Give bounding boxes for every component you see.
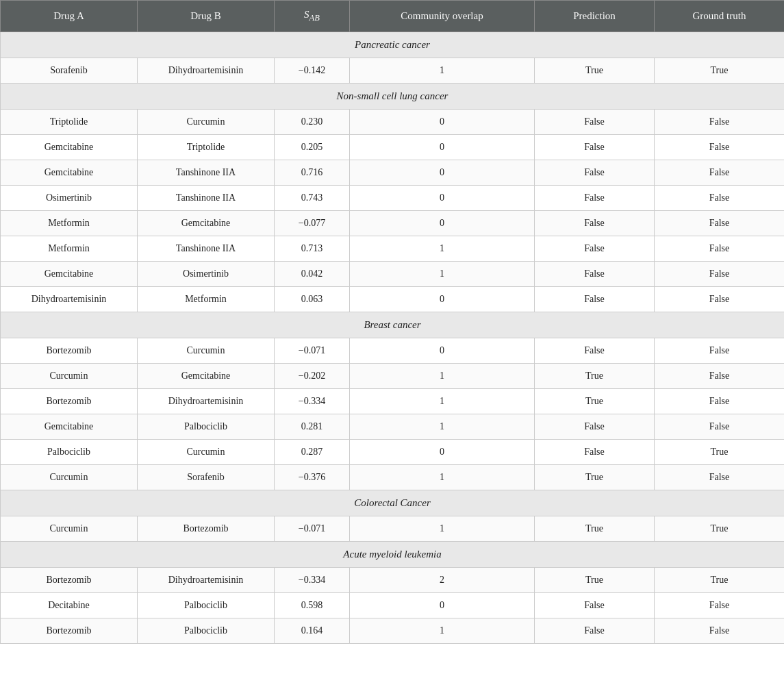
- prediction-cell: True: [535, 364, 655, 389]
- section-header: Pancreatic cancer: [1, 32, 785, 58]
- overlap-cell: 2: [350, 568, 535, 593]
- drug-a-cell: Bortezomib: [1, 389, 138, 414]
- drug-a-cell: Sorafenib: [1, 58, 138, 84]
- sab-cell: 0.743: [275, 186, 350, 211]
- drug-b-cell: Metformin: [138, 287, 275, 312]
- ground-truth-cell: False: [655, 186, 785, 211]
- drug-a-cell: Gemcitabine: [1, 160, 138, 186]
- ground-truth-cell: True: [655, 516, 785, 542]
- drug-a-cell: Decitabine: [1, 593, 138, 618]
- sab-cell: −0.071: [275, 338, 350, 364]
- drug-b-cell: Tanshinone IIA: [138, 160, 275, 186]
- prediction-cell: True: [535, 568, 655, 593]
- drug-b-cell: Tanshinone IIA: [138, 236, 275, 262]
- sab-cell: 0.281: [275, 414, 350, 440]
- sab-cell: 0.598: [275, 593, 350, 618]
- table-row: OsimertinibTanshinone IIA0.7430FalseFals…: [1, 186, 785, 211]
- overlap-cell: 0: [350, 186, 535, 211]
- ground-truth-cell: False: [655, 211, 785, 236]
- table-row: DecitabinePalbociclib0.5980FalseFalse: [1, 593, 785, 618]
- drug-b-cell: Palbociclib: [138, 414, 275, 440]
- ground-truth-cell: False: [655, 338, 785, 364]
- prediction-cell: False: [535, 262, 655, 287]
- drug-a-cell: Curcumin: [1, 516, 138, 542]
- drug-a-cell: Dihydroartemisinin: [1, 287, 138, 312]
- header-sab: SAB: [275, 1, 350, 32]
- table-row: CurcuminBortezomib−0.0711TrueTrue: [1, 516, 785, 542]
- table-row: GemcitabineOsimertinib0.0421FalseFalse: [1, 262, 785, 287]
- ground-truth-cell: False: [655, 618, 785, 644]
- prediction-cell: False: [535, 160, 655, 186]
- overlap-cell: 0: [350, 287, 535, 312]
- overlap-cell: 1: [350, 262, 535, 287]
- overlap-cell: 0: [350, 338, 535, 364]
- prediction-cell: False: [535, 618, 655, 644]
- sab-cell: 0.164: [275, 618, 350, 644]
- sab-cell: −0.071: [275, 516, 350, 542]
- ground-truth-cell: True: [655, 58, 785, 84]
- section-header-label: Breast cancer: [1, 312, 785, 338]
- ground-truth-cell: False: [655, 364, 785, 389]
- overlap-cell: 0: [350, 110, 535, 135]
- header-drug-b: Drug B: [138, 1, 275, 32]
- ground-truth-cell: False: [655, 236, 785, 262]
- section-header: Breast cancer: [1, 312, 785, 338]
- header-drug-a: Drug A: [1, 1, 138, 32]
- prediction-cell: True: [535, 58, 655, 84]
- sab-cell: 0.063: [275, 287, 350, 312]
- drug-a-cell: Curcumin: [1, 465, 138, 490]
- ground-truth-cell: False: [655, 262, 785, 287]
- drug-b-cell: Tanshinone IIA: [138, 186, 275, 211]
- table-row: DihydroartemisininMetformin0.0630FalseFa…: [1, 287, 785, 312]
- header-ground-truth: Ground truth: [655, 1, 785, 32]
- overlap-cell: 1: [350, 364, 535, 389]
- drug-b-cell: Gemcitabine: [138, 211, 275, 236]
- table-row: CurcuminSorafenib−0.3761TrueFalse: [1, 465, 785, 490]
- header-community-overlap: Community overlap: [350, 1, 535, 32]
- sab-cell: −0.334: [275, 389, 350, 414]
- section-header: Non-small cell lung cancer: [1, 84, 785, 110]
- table-row: CurcuminGemcitabine−0.2021TrueFalse: [1, 364, 785, 389]
- sab-cell: 0.230: [275, 110, 350, 135]
- overlap-cell: 1: [350, 516, 535, 542]
- table-row: GemcitabineTanshinone IIA0.7160FalseFals…: [1, 160, 785, 186]
- table-row: TriptolideCurcumin0.2300FalseFalse: [1, 110, 785, 135]
- drug-b-cell: Curcumin: [138, 440, 275, 465]
- drug-a-cell: Palbociclib: [1, 440, 138, 465]
- section-header-label: Acute myeloid leukemia: [1, 542, 785, 568]
- ground-truth-cell: True: [655, 440, 785, 465]
- prediction-cell: False: [535, 338, 655, 364]
- ground-truth-cell: False: [655, 110, 785, 135]
- drug-b-cell: Palbociclib: [138, 593, 275, 618]
- drug-b-cell: Curcumin: [138, 338, 275, 364]
- table-row: PalbociclibCurcumin0.2870FalseTrue: [1, 440, 785, 465]
- table-row: BortezomibCurcumin−0.0710FalseFalse: [1, 338, 785, 364]
- prediction-cell: False: [535, 414, 655, 440]
- overlap-cell: 1: [350, 236, 535, 262]
- ground-truth-cell: False: [655, 135, 785, 160]
- ground-truth-cell: False: [655, 465, 785, 490]
- prediction-cell: False: [535, 593, 655, 618]
- sab-cell: 0.042: [275, 262, 350, 287]
- ground-truth-cell: False: [655, 593, 785, 618]
- overlap-cell: 0: [350, 160, 535, 186]
- sab-cell: −0.202: [275, 364, 350, 389]
- sab-cell: −0.334: [275, 568, 350, 593]
- section-header-label: Non-small cell lung cancer: [1, 84, 785, 110]
- drug-b-cell: Osimertinib: [138, 262, 275, 287]
- table-row: BortezomibDihydroartemisinin−0.3341TrueF…: [1, 389, 785, 414]
- drug-b-cell: Triptolide: [138, 135, 275, 160]
- drug-a-cell: Bortezomib: [1, 618, 138, 644]
- prediction-cell: False: [535, 211, 655, 236]
- prediction-cell: False: [535, 236, 655, 262]
- drug-b-cell: Curcumin: [138, 110, 275, 135]
- header-prediction: Prediction: [535, 1, 655, 32]
- sab-cell: 0.716: [275, 160, 350, 186]
- drug-b-cell: Gemcitabine: [138, 364, 275, 389]
- table-row: MetforminTanshinone IIA0.7131FalseFalse: [1, 236, 785, 262]
- ground-truth-cell: False: [655, 414, 785, 440]
- prediction-cell: False: [535, 135, 655, 160]
- drug-a-cell: Triptolide: [1, 110, 138, 135]
- table-row: SorafenibDihydroartemisinin−0.1421TrueTr…: [1, 58, 785, 84]
- section-header-label: Pancreatic cancer: [1, 32, 785, 58]
